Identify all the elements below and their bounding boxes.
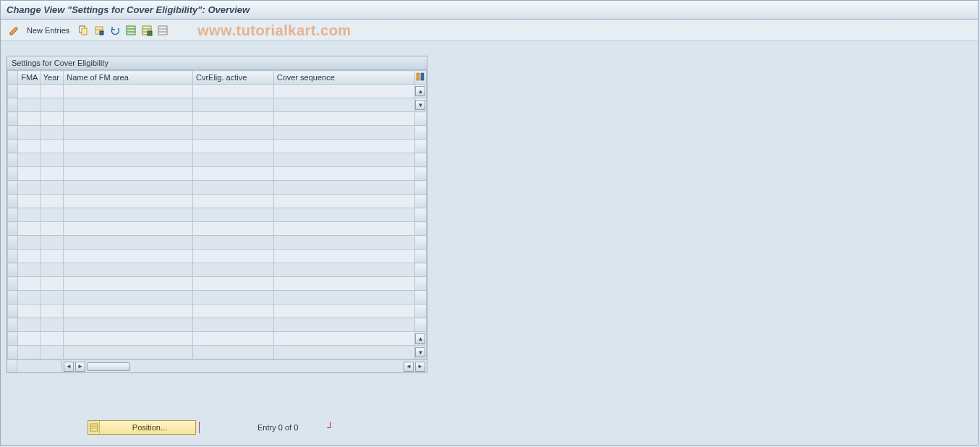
table-row[interactable]: ▼ xyxy=(8,346,427,359)
cell[interactable] xyxy=(40,250,64,263)
cell[interactable] xyxy=(18,346,40,359)
data-table[interactable]: FMA Year Name of FM area CvrElig. active… xyxy=(7,70,427,359)
cell[interactable] xyxy=(273,332,414,346)
cell[interactable] xyxy=(273,318,414,332)
cell[interactable] xyxy=(192,263,273,277)
cell[interactable] xyxy=(273,195,414,208)
cell[interactable] xyxy=(64,318,193,332)
table-row[interactable]: ▼ xyxy=(8,98,427,112)
cell[interactable] xyxy=(64,222,193,236)
cell[interactable] xyxy=(18,250,40,263)
cell[interactable] xyxy=(273,291,414,305)
table-row[interactable] xyxy=(8,140,427,153)
table-row[interactable] xyxy=(8,112,427,126)
cell[interactable] xyxy=(64,277,193,291)
row-selector[interactable] xyxy=(8,318,18,332)
cell[interactable] xyxy=(64,195,193,208)
table-row[interactable] xyxy=(8,195,427,208)
table-row[interactable] xyxy=(8,126,427,140)
cell[interactable] xyxy=(64,250,193,263)
scroll-thumb[interactable] xyxy=(87,362,130,371)
table-row[interactable] xyxy=(8,181,427,195)
cell[interactable] xyxy=(64,236,193,250)
table-row[interactable] xyxy=(8,318,427,332)
cell[interactable] xyxy=(18,222,40,236)
table-row[interactable]: ▲ xyxy=(8,85,427,98)
scroll-down-button[interactable]: ▼ xyxy=(415,100,425,110)
cell[interactable] xyxy=(64,181,193,195)
table-row[interactable] xyxy=(8,305,427,318)
table-row[interactable] xyxy=(8,250,427,263)
row-selector[interactable] xyxy=(8,208,18,222)
col-year[interactable]: Year xyxy=(40,71,64,85)
cell[interactable] xyxy=(64,291,193,305)
cell[interactable] xyxy=(40,346,64,359)
cell[interactable] xyxy=(18,305,40,318)
cell[interactable] xyxy=(273,263,414,277)
cell[interactable] xyxy=(40,181,64,195)
row-selector[interactable] xyxy=(8,167,18,181)
scroll-right-end-button[interactable]: ► xyxy=(415,362,425,372)
cell[interactable] xyxy=(273,222,414,236)
row-selector[interactable] xyxy=(8,277,18,291)
scroll-right-button[interactable]: ► xyxy=(75,362,85,372)
col-name[interactable]: Name of FM area xyxy=(64,71,193,85)
cell[interactable] xyxy=(64,126,193,140)
cell[interactable] xyxy=(40,98,64,112)
cell[interactable] xyxy=(192,208,273,222)
new-entries-button[interactable]: New Entries xyxy=(27,26,69,35)
cell[interactable] xyxy=(273,250,414,263)
cell[interactable] xyxy=(18,263,40,277)
cell[interactable] xyxy=(40,153,64,167)
undo-icon[interactable] xyxy=(108,24,122,37)
scroll-left-button[interactable]: ◄ xyxy=(64,362,74,372)
cell[interactable] xyxy=(192,85,273,98)
table-row[interactable] xyxy=(8,167,427,181)
cell[interactable] xyxy=(40,126,64,140)
row-selector[interactable] xyxy=(8,85,18,98)
select-block-icon[interactable] xyxy=(140,24,153,37)
cell[interactable] xyxy=(18,140,40,153)
cell[interactable] xyxy=(273,277,414,291)
cell[interactable] xyxy=(40,332,64,346)
cell[interactable] xyxy=(18,195,40,208)
table-row[interactable] xyxy=(8,277,427,291)
cell[interactable] xyxy=(273,140,414,153)
cell[interactable] xyxy=(192,277,273,291)
table-row[interactable]: ▲ xyxy=(8,332,427,346)
col-coverseq[interactable]: Cover sequence xyxy=(273,71,414,85)
cell[interactable] xyxy=(18,277,40,291)
select-all-header[interactable] xyxy=(8,71,18,85)
cell[interactable] xyxy=(40,222,64,236)
row-selector[interactable] xyxy=(8,291,18,305)
cell[interactable] xyxy=(40,112,64,126)
cell[interactable] xyxy=(64,263,193,277)
col-fma[interactable]: FMA xyxy=(18,71,40,85)
cell[interactable] xyxy=(192,318,273,332)
cell[interactable] xyxy=(40,305,64,318)
cell[interactable] xyxy=(64,332,193,346)
cell[interactable] xyxy=(192,332,273,346)
select-all-icon[interactable] xyxy=(124,24,137,37)
row-selector[interactable] xyxy=(8,98,18,112)
cell[interactable] xyxy=(40,277,64,291)
cell[interactable] xyxy=(18,98,40,112)
cell[interactable] xyxy=(40,167,64,181)
cell[interactable] xyxy=(273,98,414,112)
cell[interactable] xyxy=(64,208,193,222)
table-row[interactable] xyxy=(8,263,427,277)
cell[interactable] xyxy=(18,291,40,305)
cell[interactable] xyxy=(192,140,273,153)
cell[interactable] xyxy=(192,153,273,167)
cell[interactable] xyxy=(64,140,193,153)
cell[interactable] xyxy=(192,126,273,140)
cell[interactable] xyxy=(192,112,273,126)
cell[interactable] xyxy=(273,181,414,195)
cell[interactable] xyxy=(64,98,193,112)
cell[interactable] xyxy=(40,208,64,222)
scroll-up-end-button[interactable]: ▲ xyxy=(415,333,425,344)
row-selector[interactable] xyxy=(8,222,18,236)
cell[interactable] xyxy=(64,346,193,359)
cell[interactable] xyxy=(18,112,40,126)
cell[interactable] xyxy=(192,98,273,112)
